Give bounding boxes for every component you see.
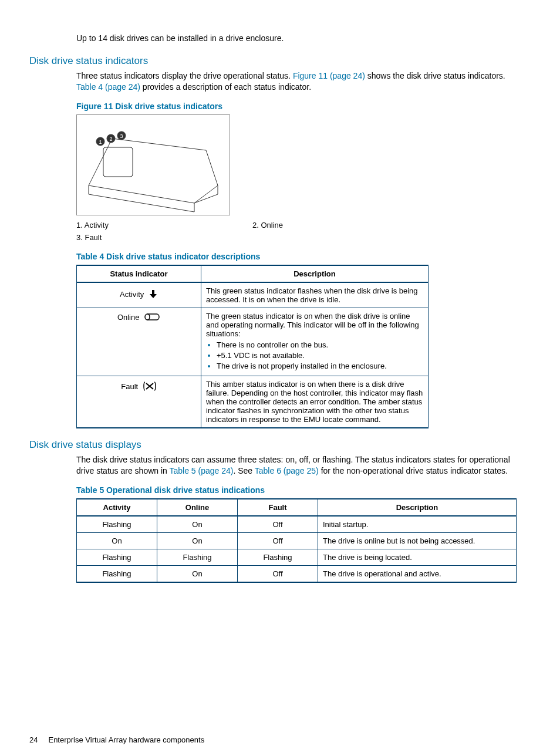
figure11-image: 1 2 3 xyxy=(76,114,230,215)
cell: The drive is operational and active. xyxy=(318,565,517,582)
indicator-desc: This amber status indicator is on when t… xyxy=(201,376,429,428)
table5-head: Description xyxy=(318,499,517,516)
page-footer: 24 Enterprise Virtual Array hardware com… xyxy=(29,735,519,744)
section-heading-displays: Disk drive status displays xyxy=(29,439,519,451)
cell: Flashing xyxy=(77,516,157,533)
table5: Activity Online Fault Description Flashi… xyxy=(76,498,517,583)
intro-text: Up to 14 disk drives can be installed in… xyxy=(76,33,519,45)
table4-caption: Table 4 Disk drive status indicator desc… xyxy=(76,252,519,261)
text: . See xyxy=(233,466,254,475)
text: Three status indicators display the driv… xyxy=(76,71,293,80)
table5-head: Activity xyxy=(77,499,157,516)
table-row: Flashing Flashing Flashing The drive is … xyxy=(77,549,517,565)
table5-head: Online xyxy=(157,499,238,516)
cell: Flashing xyxy=(77,565,157,582)
online-cylinder-icon xyxy=(144,313,160,323)
table5-caption: Table 5 Operational disk drive status in… xyxy=(76,485,519,495)
list-item: The drive is not properly installed in t… xyxy=(217,362,423,370)
disk-drive-illustration-icon: 1 2 3 xyxy=(77,115,230,215)
activity-arrow-icon xyxy=(149,289,158,301)
table5-head: Fault xyxy=(238,499,318,516)
svg-point-7 xyxy=(145,314,150,320)
table-row: Activity This green status indicator fla… xyxy=(77,282,429,308)
cell: Initial startup. xyxy=(318,516,517,533)
cell: On xyxy=(157,516,238,533)
cell: On xyxy=(157,532,238,549)
svg-text:2: 2 xyxy=(109,136,112,142)
table-row: Flashing On Off The drive is operational… xyxy=(77,565,517,582)
list-item: There is no controller on the bus. xyxy=(217,340,423,349)
section2-para: The disk drive status indicators can ass… xyxy=(76,454,519,477)
indicator-desc: The green status indicator is on when th… xyxy=(206,312,419,338)
svg-text:1: 1 xyxy=(99,139,102,145)
indicator-name: Fault xyxy=(121,382,138,391)
cell: On xyxy=(77,532,157,549)
cell: On xyxy=(157,565,238,582)
cell: Flashing xyxy=(77,549,157,565)
cell: Off xyxy=(238,565,318,582)
link-table5[interactable]: Table 5 (page 24) xyxy=(170,466,234,475)
svg-text:3: 3 xyxy=(120,133,123,139)
figure11-legend: 1. Activity 2. Online 3. Fault xyxy=(76,219,429,244)
table4: Status indicator Description Activity Th… xyxy=(76,265,429,428)
footer-title: Enterprise Virtual Array hardware compon… xyxy=(48,735,204,744)
indicator-name: Activity xyxy=(120,290,144,299)
table-row: Online The green status indicator is on … xyxy=(77,308,429,376)
legend-item: 3. Fault xyxy=(76,231,252,244)
page-number: 24 xyxy=(29,735,38,744)
figure11-caption: Figure 11 Disk drive status indicators xyxy=(76,102,519,111)
text: provides a description of each status in… xyxy=(140,82,311,92)
indicator-name: Online xyxy=(117,313,140,322)
table-row: Fault This amber status indicator is on … xyxy=(77,376,429,428)
legend-item: 1. Activity xyxy=(76,219,252,231)
cell: Flashing xyxy=(238,549,318,565)
link-table4[interactable]: Table 4 (page 24) xyxy=(76,82,140,92)
table-row: Flashing On Off Initial startup. xyxy=(77,516,517,533)
section-heading-indicators: Disk drive status indicators xyxy=(29,55,519,67)
list-item: +5.1 VDC is not available. xyxy=(217,351,423,360)
text: shows the disk drive status indicators. xyxy=(365,71,505,80)
svg-rect-0 xyxy=(103,147,133,177)
cell: The drive is being located. xyxy=(318,549,517,565)
link-figure11[interactable]: Figure 11 (page 24) xyxy=(293,71,365,80)
table-row: On On Off The drive is online but is not… xyxy=(77,532,517,549)
section1-para: Three status indicators display the driv… xyxy=(76,70,519,93)
cell: The drive is online but is not being acc… xyxy=(318,532,517,549)
cell: Off xyxy=(238,516,318,533)
table4-head-description: Description xyxy=(201,265,429,282)
text: for the non-operational drive status ind… xyxy=(319,466,508,475)
cell: Flashing xyxy=(157,549,238,565)
link-table6[interactable]: Table 6 (page 25) xyxy=(255,466,319,475)
indicator-desc: This green status indicator flashes when… xyxy=(201,282,429,308)
online-conditions-list: There is no controller on the bus. +5.1 … xyxy=(206,340,423,370)
table4-head-indicator: Status indicator xyxy=(77,265,201,282)
legend-item: 2. Online xyxy=(252,219,429,231)
fault-x-icon xyxy=(143,381,157,393)
cell: Off xyxy=(238,532,318,549)
